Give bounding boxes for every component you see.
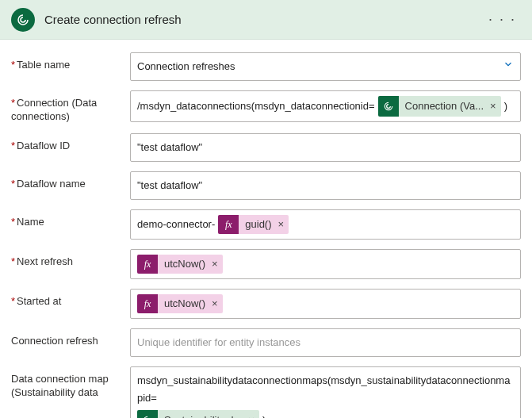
input-dataflow-name[interactable]: "test dataflow" [130,171,521,200]
dataverse-icon [137,410,158,418]
token-label: Connection (Va... [405,98,484,115]
row-connection: *Connection (Data connections) /msdyn_da… [11,90,521,124]
fx-icon: fx [218,215,239,234]
row-dataflow-id: *Dataflow ID "test dataflow" [11,133,521,162]
label-connection: *Connection (Data connections) [11,90,130,124]
more-menu-button[interactable]: · · · [484,8,521,31]
label-started-at: *Started at [11,289,130,309]
row-table-name: *Table name Connection refreshes [11,52,521,81]
token-guid[interactable]: fx guid() × [218,215,289,234]
map-prefix: msdyn_sustainabilitydataconnectionmaps(m… [137,372,514,407]
fx-icon: fx [137,294,158,313]
card-title: Create connection refresh [44,13,484,26]
row-name: *Name demo-connector- fx guid() × [11,209,521,240]
token-remove-button[interactable]: × [490,98,496,115]
token-label: utcNow() [164,295,205,313]
row-connection-refresh: Connection refresh Unique identifier for… [11,328,521,357]
input-started-at[interactable]: fx utcNow() × [130,289,521,319]
input-connection-refresh[interactable]: Unique identifier for entity instances [130,328,521,357]
token-remove-button[interactable]: × [248,412,255,418]
row-started-at: *Started at fx utcNow() × [11,289,521,319]
fx-icon: fx [137,255,158,274]
label-dataflow-name: *Dataflow name [11,171,130,191]
token-label: Sustainability d... [164,412,242,418]
label-data-connection-map: Data connection map (Sustainability data [11,366,130,400]
input-data-connection-map[interactable]: msdyn_sustainabilitydataconnectionmaps(m… [130,366,521,418]
token-sustainability-map[interactable]: Sustainability d... × [137,410,259,418]
row-next-refresh: *Next refresh fx utcNow() × [11,249,521,279]
table-name-value: Connection refreshes [137,58,235,75]
label-dataflow-id: *Dataflow ID [11,133,130,153]
connector-icon [11,8,35,32]
input-next-refresh[interactable]: fx utcNow() × [130,249,521,279]
label-connection-refresh: Connection refresh [11,328,130,348]
label-next-refresh: *Next refresh [11,249,130,269]
row-data-connection-map: Data connection map (Sustainability data… [11,366,521,418]
chevron-down-icon [503,58,514,75]
input-connection[interactable]: /msdyn_dataconnections(msdyn_dataconnect… [130,90,521,122]
token-label: guid() [245,216,271,233]
token-remove-button[interactable]: × [212,255,218,273]
row-dataflow-name: *Dataflow name "test dataflow" [11,171,521,200]
card-header: Create connection refresh · · · [0,0,532,40]
placeholder-text: Unique identifier for entity instances [137,334,300,351]
dataflow-name-value: "test dataflow" [137,177,202,194]
token-connection[interactable]: Connection (Va... × [378,96,501,117]
label-table-name: *Table name [11,52,130,72]
token-remove-button[interactable]: × [212,295,218,313]
input-name[interactable]: demo-connector- fx guid() × [130,209,521,240]
dataflow-id-value: "test dataflow" [137,139,202,156]
token-utcnow[interactable]: fx utcNow() × [137,294,223,313]
connection-prefix: /msdyn_dataconnections(msdyn_dataconnect… [137,98,375,115]
input-table-name[interactable]: Connection refreshes [130,52,521,81]
input-dataflow-id[interactable]: "test dataflow" [130,133,521,162]
label-name: *Name [11,209,130,229]
connection-suffix: ) [504,98,507,115]
name-prefix: demo-connector- [137,216,215,233]
dataverse-icon [378,96,399,117]
form-body: *Table name Connection refreshes *Connec… [0,40,532,418]
token-label: utcNow() [164,255,205,273]
map-suffix: ) [262,412,266,418]
token-utcnow[interactable]: fx utcNow() × [137,255,223,274]
token-remove-button[interactable]: × [278,216,285,233]
